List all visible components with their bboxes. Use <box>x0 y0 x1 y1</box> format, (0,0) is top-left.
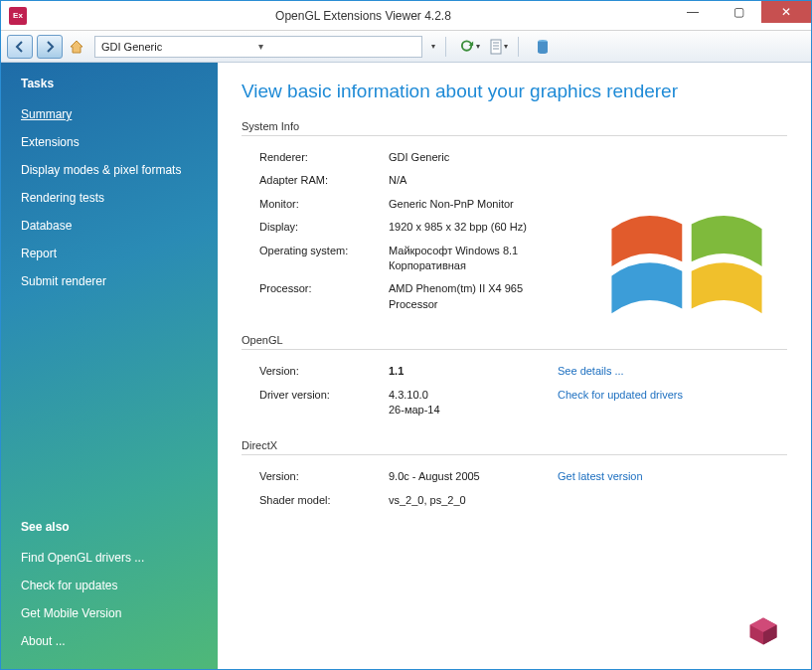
renderer-dropdown[interactable]: GDI Generic ▾ <box>94 36 422 58</box>
page-heading: View basic information about your graphi… <box>242 81 787 102</box>
sidebar-item-extensions[interactable]: Extensions <box>21 128 218 156</box>
cpu-label: Processor: <box>259 281 389 312</box>
titlebar: Ex OpenGL Extensions Viewer 4.2.8 — ▢ ✕ <box>1 1 811 31</box>
spacer <box>21 295 218 520</box>
os-value: Майкрософт Windows 8.1 Корпоративная <box>389 244 558 274</box>
renderer-label: Renderer: <box>259 150 389 165</box>
body: Tasks Summary Extensions Display modes &… <box>1 63 811 669</box>
dx-shader-value: vs_2_0, ps_2_0 <box>389 493 558 508</box>
chevron-down-icon: ▾ <box>476 42 480 51</box>
gl-version-row: Version:1.1See details ... <box>242 360 787 383</box>
os-label: Operating system: <box>259 244 389 274</box>
gl-driver-value: 4.3.10.0 26-мар-14 <box>389 388 558 419</box>
cpu-value: AMD Phenom(tm) II X4 965 Processor <box>389 281 558 312</box>
directx-logo-icon <box>745 613 781 649</box>
check-drivers-link[interactable]: Check for updated drivers <box>558 388 697 419</box>
document-button[interactable]: ▾ <box>488 37 508 57</box>
renderer-value: GDI Generic <box>389 150 558 165</box>
sidebar-item-mobile-version[interactable]: Get Mobile Version <box>21 599 218 627</box>
windows-logo-icon <box>592 182 781 351</box>
sidebar-item-display-modes[interactable]: Display modes & pixel formats <box>21 156 218 184</box>
monitor-value: Generic Non-PnP Monitor <box>389 197 558 212</box>
dx-shader-row: Shader model:vs_2_0, ps_2_0 <box>242 489 787 512</box>
gl-version-label: Version: <box>259 364 389 379</box>
toolbar: GDI Generic ▾ ▾ ▾ ▾ <box>1 31 811 63</box>
display-value: 1920 x 985 x 32 bpp (60 Hz) <box>389 220 558 235</box>
window-buttons: — ▢ ✕ <box>670 1 811 23</box>
separator <box>518 37 519 57</box>
get-latest-link[interactable]: Get latest version <box>558 469 697 484</box>
chevron-down-icon: ▾ <box>504 42 508 51</box>
gl-driver-label: Driver version: <box>259 388 389 419</box>
maximize-button[interactable]: ▢ <box>716 1 761 23</box>
back-button[interactable] <box>7 35 33 59</box>
seealso-header: See also <box>21 520 218 534</box>
display-label: Display: <box>259 220 389 235</box>
sidebar-item-check-updates[interactable]: Check for updates <box>21 572 218 599</box>
ram-label: Adapter RAM: <box>259 173 389 188</box>
sidebar-item-rendering-tests[interactable]: Rendering tests <box>21 184 218 212</box>
dx-version-row: Version:9.0c - August 2005Get latest ver… <box>242 465 787 488</box>
dx-version-value: 9.0c - August 2005 <box>389 469 558 484</box>
sidebar-item-database[interactable]: Database <box>21 212 218 240</box>
directx-group: DirectX Version:9.0c - August 2005Get la… <box>242 439 787 512</box>
directx-title: DirectX <box>242 439 787 455</box>
tasks-header: Tasks <box>21 77 218 90</box>
sidebar-item-find-drivers[interactable]: Find OpenGL drivers ... <box>21 544 218 572</box>
database-button[interactable] <box>533 37 553 57</box>
renderer-dropdown-value: GDI Generic <box>101 41 258 53</box>
dropdown-arrow-icon[interactable]: ▾ <box>431 42 435 51</box>
sidebar-item-about[interactable]: About ... <box>21 627 218 655</box>
home-button[interactable] <box>67 37 86 57</box>
sidebar: Tasks Summary Extensions Display modes &… <box>1 63 218 669</box>
renderer-row: Renderer:GDI Generic <box>242 146 787 169</box>
app-window: Ex OpenGL Extensions Viewer 4.2.8 — ▢ ✕ … <box>0 0 812 670</box>
system-info-title: System Info <box>242 120 787 136</box>
svg-rect-1 <box>491 40 501 54</box>
sidebar-item-submit-renderer[interactable]: Submit renderer <box>21 267 218 295</box>
sidebar-item-summary[interactable]: Summary <box>21 100 218 128</box>
chevron-down-icon: ▾ <box>258 41 415 52</box>
sidebar-item-report[interactable]: Report <box>21 240 218 267</box>
dx-shader-label: Shader model: <box>259 493 389 508</box>
app-icon: Ex <box>9 7 27 25</box>
refresh-button[interactable]: ▾ <box>460 37 480 57</box>
minimize-button[interactable]: — <box>670 1 716 23</box>
dx-version-label: Version: <box>259 469 389 484</box>
monitor-label: Monitor: <box>259 197 389 212</box>
separator <box>445 37 446 57</box>
content: View basic information about your graphi… <box>218 63 811 669</box>
forward-button[interactable] <box>37 35 63 59</box>
see-details-link[interactable]: See details ... <box>558 364 697 379</box>
ram-value: N/A <box>389 173 558 188</box>
close-button[interactable]: ✕ <box>761 1 811 23</box>
gl-driver-row: Driver version:4.3.10.0 26-мар-14Check f… <box>242 384 787 422</box>
gl-version-value: 1.1 <box>389 364 558 379</box>
